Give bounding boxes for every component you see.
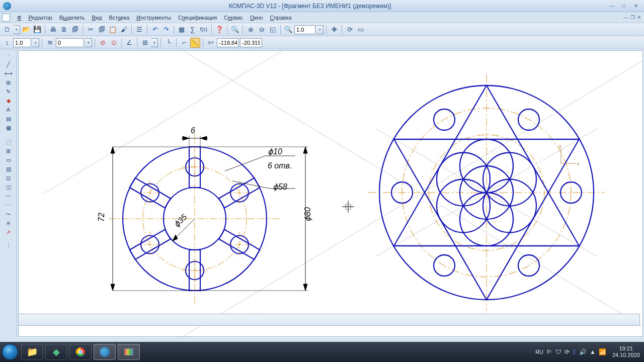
panel-insert[interactable]: ※	[4, 219, 13, 227]
menu-view[interactable]: Вид	[89, 14, 105, 22]
grid-button[interactable]: ⊞	[140, 38, 150, 48]
menu-select[interactable]: Выделить	[56, 14, 88, 22]
help-context-button[interactable]: ❓	[214, 25, 224, 35]
task-kompas[interactable]	[94, 344, 116, 360]
start-button[interactable]	[0, 342, 20, 362]
panel-edit[interactable]: ▧	[4, 165, 13, 173]
snap-end-button[interactable]: ⊘	[98, 38, 108, 48]
zoom-in-button[interactable]: ⊕	[246, 25, 256, 35]
paste-button[interactable]: 📋	[108, 25, 118, 35]
menu-tools[interactable]: Инструменты	[133, 14, 174, 22]
redo-button[interactable]: ↷	[161, 25, 171, 35]
ortho-button[interactable]: └	[164, 38, 174, 48]
tray-network-icon[interactable]: 🔊	[579, 348, 587, 355]
panel-more[interactable]: ⋮	[4, 241, 13, 249]
fx-button[interactable]: f(x)	[199, 25, 209, 35]
panel-select[interactable]: 〰	[4, 192, 13, 200]
copy-button[interactable]: 🗐	[97, 25, 107, 35]
tray-clock[interactable]: 19:21 24.10.2020	[612, 345, 640, 358]
tray-update-icon[interactable]: ⟳	[565, 348, 570, 355]
print-button[interactable]: 🖶	[48, 25, 58, 35]
print-setup-button[interactable]: 🗐	[70, 25, 80, 35]
tool-edit[interactable]: ✎	[4, 87, 13, 96]
doc-restore[interactable]: ❐	[630, 15, 635, 20]
snap-button[interactable]: ↕	[2, 38, 12, 48]
tool-measure[interactable]: A	[4, 106, 13, 114]
manager-button[interactable]: ▦	[177, 25, 187, 35]
tool-point[interactable]: ·	[4, 51, 13, 59]
cut-button[interactable]: ✂	[86, 25, 96, 35]
step-dropdown[interactable]: ▾	[32, 38, 39, 47]
task-chrome[interactable]	[69, 344, 92, 360]
zoom-scale-button[interactable]: 🔍	[283, 25, 293, 35]
panel-report[interactable]: 〜	[4, 210, 13, 218]
save-button[interactable]: 💾	[32, 25, 42, 35]
tray-wifi-icon[interactable]: 📶	[599, 348, 606, 355]
close-button[interactable]: ✕	[631, 3, 641, 10]
local-cs-button[interactable]: 📐	[190, 38, 200, 48]
zoom-window-button[interactable]: 🔍	[230, 25, 240, 35]
command-input-panel[interactable]	[18, 314, 640, 326]
panel-dim[interactable]: ⊞	[4, 147, 13, 155]
tray-volume-icon[interactable]: ▲	[590, 348, 596, 355]
panel-spec[interactable]: ⋯	[4, 201, 13, 209]
panel-geom[interactable]: ⬚	[4, 138, 13, 146]
undo-button[interactable]: ↶	[150, 25, 160, 35]
minimize-button[interactable]: —	[607, 3, 617, 10]
menu-window[interactable]: Окно	[247, 14, 266, 22]
task-explorer[interactable]: 📁	[21, 344, 43, 360]
copy-props-button[interactable]: 🖌	[119, 25, 129, 35]
line-style-button[interactable]: ≋	[45, 38, 55, 48]
new-button[interactable]: 🗋	[2, 25, 12, 35]
pan-button[interactable]: ✥	[329, 25, 339, 35]
panel-curve[interactable]: ↗	[4, 228, 13, 236]
zoom-out-button[interactable]: ⊖	[257, 25, 267, 35]
tray-shield-icon[interactable]: 🛡	[555, 348, 561, 355]
maximize-button[interactable]: □	[619, 3, 629, 10]
tool-select[interactable]: ▤	[4, 115, 13, 123]
doc-close[interactable]: ✕	[637, 15, 641, 20]
variables-button[interactable]: ∑	[188, 25, 198, 35]
panel-measure[interactable]: ◫	[4, 183, 13, 191]
grid-dropdown[interactable]: ▾	[151, 38, 158, 47]
menu-insert[interactable]: Вставка	[106, 14, 132, 22]
zoom-dropdown[interactable]: ▾	[316, 25, 324, 34]
style-input[interactable]	[56, 38, 84, 47]
round-button[interactable]: ⌐	[179, 38, 189, 48]
doc-minimize[interactable]: —	[623, 15, 628, 20]
new-doc-icon[interactable]	[2, 14, 10, 22]
snap-angle-button[interactable]: ∠	[124, 38, 134, 48]
menu-spec[interactable]: Спецификация	[175, 14, 220, 22]
task-app2[interactable]	[118, 344, 140, 360]
panel-denote[interactable]: ▭	[4, 156, 13, 164]
tray-flag-icon[interactable]: 🏳	[546, 348, 552, 355]
new-dropdown[interactable]: ▾	[13, 25, 20, 34]
snap-mid-button[interactable]: ⊙	[109, 38, 119, 48]
refresh-button[interactable]: ▭	[356, 25, 366, 35]
menu-service[interactable]: Сервис	[221, 14, 246, 22]
zoom-value-input[interactable]	[294, 25, 315, 34]
tool-text[interactable]: ⊞	[4, 78, 13, 86]
preview-button[interactable]: 🗎	[59, 25, 69, 35]
coord-y-input[interactable]	[240, 38, 262, 47]
rebuild-button[interactable]: ⟳	[345, 25, 355, 35]
zoom-fit-button[interactable]: ◱	[268, 25, 278, 35]
tray-lang[interactable]: RU	[535, 349, 543, 355]
menu-file[interactable]: Ф	[14, 14, 24, 22]
coord-mode-button[interactable]: XY	[206, 38, 216, 48]
tool-dim[interactable]: ⟷	[4, 69, 13, 77]
tool-line[interactable]: ╱	[4, 60, 13, 68]
tool-hatch[interactable]: ▦	[4, 124, 13, 132]
menu-editor[interactable]: Редактор	[25, 14, 55, 22]
properties-button[interactable]: ☰	[134, 25, 144, 35]
drawing-canvas[interactable]: 72 6 ϕ80 ϕ35 ϕ10 6 отв. ϕ58	[18, 50, 643, 337]
coord-x-input[interactable]	[217, 38, 239, 47]
open-button[interactable]: 📂	[21, 25, 31, 35]
style-dropdown[interactable]: ▾	[85, 38, 92, 47]
tool-param[interactable]: ◆	[4, 97, 13, 105]
panel-param[interactable]: ⊡	[4, 174, 13, 182]
tray-bluetooth-icon[interactable]: ᛒ	[573, 348, 576, 355]
step-input[interactable]	[13, 38, 31, 47]
menu-help[interactable]: Справка	[267, 14, 294, 22]
task-app1[interactable]: ◆	[45, 344, 67, 360]
